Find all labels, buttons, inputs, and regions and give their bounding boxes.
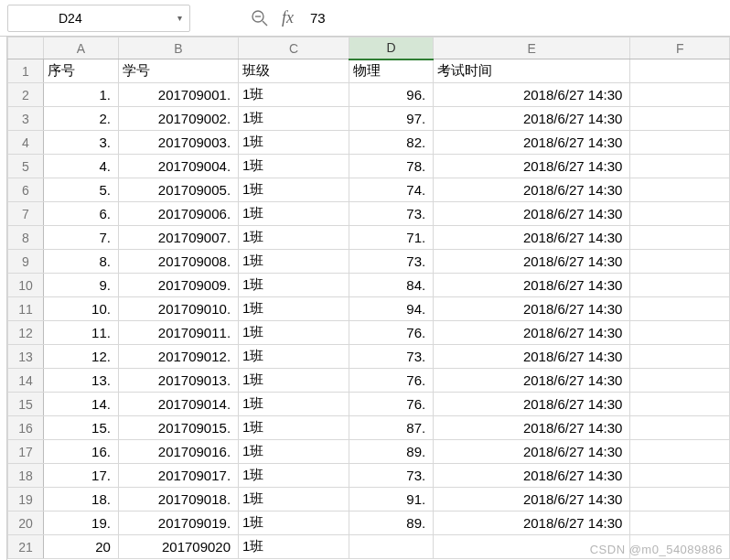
cell[interactable]: 89. <box>349 440 433 464</box>
cell[interactable]: 2018/6/27 14:30 <box>434 369 630 393</box>
row-header[interactable]: 21 <box>8 535 44 559</box>
cell[interactable]: 2018/6/27 14:30 <box>434 131 630 155</box>
cell[interactable]: 1班 <box>239 274 349 297</box>
cell[interactable]: 76. <box>349 321 433 345</box>
cell[interactable]: 16. <box>43 440 118 464</box>
cell[interactable]: 2018/6/27 14:30 <box>434 155 630 178</box>
cell[interactable]: 15. <box>43 416 118 440</box>
cell[interactable] <box>630 274 730 297</box>
cell[interactable]: 201709001. <box>118 83 238 107</box>
cell[interactable]: 201709013. <box>118 369 238 393</box>
cell[interactable]: 1班 <box>239 131 349 155</box>
cell[interactable]: 201709008. <box>118 250 238 274</box>
row-header[interactable]: 6 <box>8 178 44 202</box>
cell[interactable]: 84. <box>349 274 433 297</box>
row-header[interactable]: 1 <box>8 59 44 83</box>
cell[interactable]: 14. <box>43 393 118 416</box>
cell[interactable]: 19. <box>43 512 118 535</box>
cell[interactable]: 76. <box>349 393 433 416</box>
cell[interactable]: 201709009. <box>118 274 238 297</box>
cell[interactable]: 2018/6/27 14:30 <box>434 107 630 131</box>
cell[interactable]: 73. <box>349 250 433 274</box>
cell[interactable]: 5. <box>43 178 118 202</box>
cell[interactable]: 8. <box>43 250 118 274</box>
row-header[interactable]: 20 <box>8 512 44 535</box>
cell[interactable]: 18. <box>43 488 118 512</box>
col-header-B[interactable]: B <box>118 38 238 59</box>
row-header[interactable]: 2 <box>8 83 44 107</box>
cell[interactable]: 87. <box>349 416 433 440</box>
cell[interactable]: 2018/6/27 14:30 <box>434 226 630 250</box>
cell[interactable]: 201709010. <box>118 297 238 321</box>
cell[interactable]: 201709004. <box>118 155 238 178</box>
row-header[interactable]: 16 <box>8 416 44 440</box>
cell[interactable]: 序号 <box>43 59 118 83</box>
row-header[interactable]: 4 <box>8 131 44 155</box>
cell[interactable]: 1班 <box>239 202 349 226</box>
cell[interactable]: 201709006. <box>118 202 238 226</box>
col-header-D[interactable]: D <box>349 38 433 59</box>
cell[interactable]: 82. <box>349 131 433 155</box>
cell[interactable] <box>630 155 730 178</box>
cell[interactable]: 89. <box>349 512 433 535</box>
row-header[interactable]: 13 <box>8 345 44 369</box>
cell[interactable] <box>630 440 730 464</box>
fx-icon[interactable]: fx <box>282 8 294 27</box>
cell[interactable]: 2018/6/27 14:30 <box>434 178 630 202</box>
cell[interactable]: 97. <box>349 107 433 131</box>
cell[interactable]: 73. <box>349 464 433 488</box>
cell[interactable]: 班级 <box>239 59 349 83</box>
col-header-F[interactable]: F <box>630 38 730 59</box>
cell[interactable]: 1班 <box>239 369 349 393</box>
cell[interactable]: 2018/6/27 14:30 <box>434 83 630 107</box>
cell[interactable] <box>630 393 730 416</box>
cell[interactable]: 物理 <box>349 59 433 83</box>
cell[interactable]: 201709018. <box>118 488 238 512</box>
cell[interactable]: 11. <box>43 321 118 345</box>
cell[interactable]: 201709002. <box>118 107 238 131</box>
cell[interactable]: 2018/6/27 14:30 <box>434 250 630 274</box>
cell[interactable]: 4. <box>43 155 118 178</box>
cell[interactable]: 78. <box>349 155 433 178</box>
cell[interactable]: 17. <box>43 464 118 488</box>
cell[interactable]: 1班 <box>239 321 349 345</box>
cell[interactable]: 1班 <box>239 535 349 559</box>
zoom-out-icon[interactable] <box>249 7 271 29</box>
cell[interactable]: 1班 <box>239 393 349 416</box>
cell[interactable]: 201709019. <box>118 512 238 535</box>
cell[interactable]: 10. <box>43 297 118 321</box>
cell[interactable]: 2018/6/27 14:30 <box>434 321 630 345</box>
row-header[interactable]: 15 <box>8 393 44 416</box>
cell[interactable]: 1班 <box>239 178 349 202</box>
cell[interactable]: 71. <box>349 226 433 250</box>
cell[interactable]: 201709007. <box>118 226 238 250</box>
cell[interactable] <box>630 107 730 131</box>
row-header[interactable]: 14 <box>8 369 44 393</box>
cell[interactable]: 1班 <box>239 226 349 250</box>
row-header[interactable]: 8 <box>8 226 44 250</box>
cell[interactable]: 1班 <box>239 107 349 131</box>
name-box[interactable]: D24 ▾ <box>7 5 190 32</box>
cell[interactable]: 6. <box>43 202 118 226</box>
cell[interactable]: 13. <box>43 369 118 393</box>
cell[interactable]: 201709005. <box>118 178 238 202</box>
cell[interactable] <box>630 202 730 226</box>
chevron-down-icon[interactable]: ▾ <box>177 13 182 23</box>
row-header[interactable]: 19 <box>8 488 44 512</box>
cell[interactable]: 201709015. <box>118 416 238 440</box>
cell[interactable]: 1班 <box>239 488 349 512</box>
cell[interactable]: 1班 <box>239 512 349 535</box>
cell[interactable]: 1班 <box>239 464 349 488</box>
cell[interactable]: 2018/6/27 14:30 <box>434 345 630 369</box>
cell[interactable] <box>630 369 730 393</box>
cell[interactable]: 2018/6/27 14:30 <box>434 416 630 440</box>
cell[interactable]: 2018/6/27 14:30 <box>434 297 630 321</box>
cell[interactable] <box>630 178 730 202</box>
cell[interactable] <box>630 416 730 440</box>
cell[interactable]: 74. <box>349 178 433 202</box>
row-header[interactable]: 11 <box>8 297 44 321</box>
cell[interactable]: 2018/6/27 14:30 <box>434 393 630 416</box>
cell[interactable]: 2018/6/27 14:30 <box>434 464 630 488</box>
row-header[interactable]: 10 <box>8 274 44 297</box>
cell[interactable] <box>630 535 730 559</box>
